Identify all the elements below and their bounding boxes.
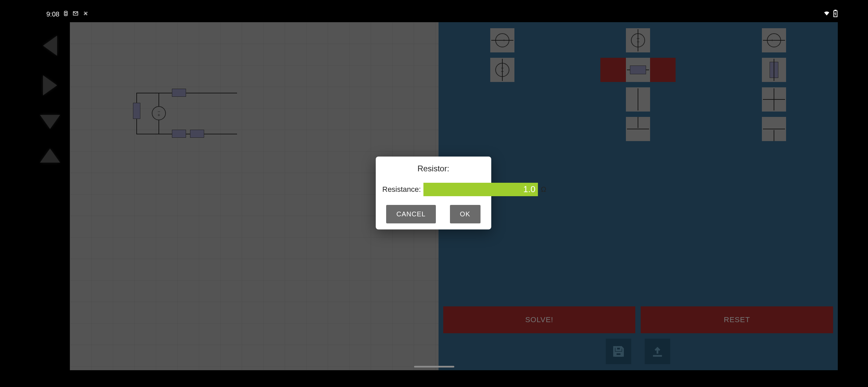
fan-icon — [82, 10, 89, 19]
resistor-dialog: Resistor: Resistance: Ω CANCEL OK — [376, 156, 491, 230]
mail-icon — [72, 10, 79, 18]
wifi-icon — [823, 10, 830, 18]
dialog-title: Resistor: — [382, 164, 485, 173]
modal-overlay[interactable]: Resistor: Resistance: Ω CANCEL OK — [30, 22, 838, 370]
svg-point-1 — [65, 12, 66, 13]
resistance-unit: Ω — [540, 185, 546, 194]
status-bar: 9:08 — [46, 9, 838, 19]
ok-button[interactable]: OK — [450, 205, 480, 224]
sync-icon — [63, 10, 69, 18]
battery-icon — [833, 10, 838, 19]
cancel-button[interactable]: CANCEL — [386, 205, 435, 224]
svg-rect-5 — [835, 10, 836, 11]
resistance-input[interactable] — [424, 183, 538, 196]
resistance-label: Resistance: — [382, 185, 421, 194]
svg-rect-0 — [64, 11, 67, 16]
svg-point-2 — [66, 12, 67, 13]
status-time: 9:08 — [46, 10, 59, 18]
